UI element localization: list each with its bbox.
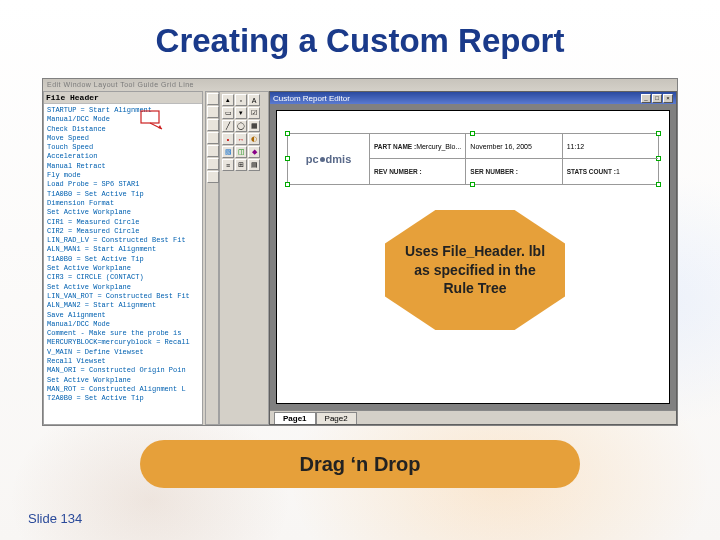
arrow-icon[interactable] xyxy=(207,93,219,105)
toolbox-panel: ▴▫A▭▾☑╱◯▦•↔◐▧◫◆≡⊞▤ xyxy=(219,91,269,425)
header-cell: REV NUMBER : xyxy=(370,159,466,184)
page-tabs: Page1Page2 xyxy=(270,410,676,424)
hdr-tool-icon[interactable]: ≡ xyxy=(222,159,234,171)
file-header-block[interactable]: pcdmis PART NAME : Mercury_Blo... Novemb… xyxy=(287,133,659,185)
img-tool-icon[interactable]: ▧ xyxy=(222,146,234,158)
logo-cell: pcdmis xyxy=(288,134,370,184)
header-cell: PART NAME : Mercury_Blo... xyxy=(370,134,466,158)
tree-header[interactable]: File Header xyxy=(44,92,202,104)
vertical-toolbar xyxy=(205,91,219,425)
page-tab[interactable]: Page2 xyxy=(316,412,357,424)
logo-dot-icon xyxy=(320,157,325,162)
window-button[interactable]: × xyxy=(663,94,673,103)
header-cell-label: SER NUMBER : xyxy=(470,168,518,175)
callout-text: Uses File_Header. lbl as specified in th… xyxy=(399,242,551,299)
sel-tool-icon[interactable]: ▫ xyxy=(235,94,247,106)
window-button[interactable]: □ xyxy=(652,94,662,103)
dim-tool-icon[interactable]: ↔ xyxy=(235,133,247,145)
lbl-tool-icon[interactable]: ▤ xyxy=(248,159,260,171)
line-icon[interactable] xyxy=(207,145,219,157)
header-cell-label: REV NUMBER : xyxy=(374,168,422,175)
window-buttons: _□× xyxy=(641,94,673,103)
drag-n-drop-banner: Drag ‘n Drop xyxy=(140,440,580,488)
header-cell-label: STATS COUNT : xyxy=(567,168,616,175)
header-cell: STATS COUNT : 1 xyxy=(563,159,658,184)
combo-tool-icon[interactable]: ▾ xyxy=(235,107,247,119)
app-workarea: File Header STARTUP = Start Alignment Ma… xyxy=(43,91,677,425)
callout-bubble: Uses File_Header. lbl as specified in th… xyxy=(385,210,565,330)
txt-tool-icon[interactable]: A xyxy=(248,94,260,106)
header-cell: November 16, 2005 xyxy=(466,134,562,158)
slide-title: Creating a Custom Report xyxy=(0,22,720,60)
header-cell-value: 11:12 xyxy=(567,143,585,150)
rect-tool-icon[interactable]: ▭ xyxy=(222,107,234,119)
logo-text-left: pc xyxy=(306,153,319,165)
pt-tool-icon[interactable]: • xyxy=(222,133,234,145)
drag-n-drop-label: Drag ‘n Drop xyxy=(299,453,420,476)
app-menubar: Edit Window Layout Tool Guide Grid Line xyxy=(43,79,677,91)
app-screenshot: Edit Window Layout Tool Guide Grid Line … xyxy=(42,78,678,426)
header-info-grid: PART NAME : Mercury_Blo... November 16, … xyxy=(370,134,658,184)
hand-icon[interactable] xyxy=(207,106,219,118)
mark-icon[interactable] xyxy=(207,171,219,183)
slide-number: Slide 134 xyxy=(28,511,82,526)
gauge-tool-icon[interactable]: ◐ xyxy=(248,133,260,145)
header-cell-label: PART NAME : xyxy=(374,143,416,150)
rect-icon[interactable] xyxy=(207,158,219,170)
ptr-tool-icon[interactable]: ▴ xyxy=(222,94,234,106)
header-cell: 11:12 xyxy=(563,134,658,158)
chk-tool-icon[interactable]: ☑ xyxy=(248,107,260,119)
editor-title-text: Custom Report Editor xyxy=(273,94,350,103)
ole-tool-icon[interactable]: ⊞ xyxy=(235,159,247,171)
logo-text-right: dmis xyxy=(326,153,352,165)
circ-tool-icon[interactable]: ◯ xyxy=(235,120,247,132)
program-tree-panel: File Header STARTUP = Start Alignment Ma… xyxy=(43,91,203,425)
header-cell-value: Mercury_Blo... xyxy=(416,143,461,150)
header-cell-value: November 16, 2005 xyxy=(470,143,531,150)
tree-listing: STARTUP = Start Alignment Manual/DCC Mod… xyxy=(44,104,202,406)
tbl-tool-icon[interactable]: ▦ xyxy=(248,120,260,132)
cad-tool-icon[interactable]: ◆ xyxy=(248,146,260,158)
graph-tool-icon[interactable]: ◫ xyxy=(235,146,247,158)
header-cell: SER NUMBER : xyxy=(466,159,562,184)
text-icon[interactable] xyxy=(207,132,219,144)
zoom-icon[interactable] xyxy=(207,119,219,131)
line-tool-icon[interactable]: ╱ xyxy=(222,120,234,132)
editor-titlebar: Custom Report Editor _□× xyxy=(270,92,676,104)
page-tab[interactable]: Page1 xyxy=(274,412,316,424)
header-cell-value: 1 xyxy=(616,168,620,175)
window-button[interactable]: _ xyxy=(641,94,651,103)
